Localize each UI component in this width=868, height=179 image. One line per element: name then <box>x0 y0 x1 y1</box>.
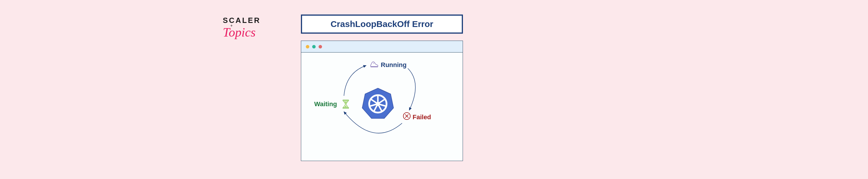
brand-logo: SCALER + Topics <box>223 16 261 40</box>
brand-line2: Topics <box>223 25 261 40</box>
state-running-label: Running <box>381 61 406 69</box>
window-dot-red <box>318 45 322 48</box>
diagram-title-box: CrashLoopBackOff Error <box>301 15 463 34</box>
window-titlebar <box>301 41 463 52</box>
x-circle-icon <box>402 112 411 120</box>
state-failed-label: Failed <box>412 113 431 121</box>
state-waiting-label: Waiting <box>314 100 337 108</box>
kubernetes-logo <box>361 86 395 121</box>
svg-rect-0 <box>343 100 349 101</box>
shoe-icon <box>369 59 380 69</box>
diagram-title: CrashLoopBackOff Error <box>331 19 433 29</box>
svg-rect-1 <box>343 107 349 108</box>
window-dot-yellow <box>306 45 309 48</box>
brand-line1: SCALER <box>223 16 261 25</box>
window-dot-teal <box>312 45 316 48</box>
diagram-canvas: Running Waiting Failed <box>301 52 463 161</box>
hourglass-icon <box>342 100 350 109</box>
diagram-window: Running Waiting Failed <box>301 41 463 161</box>
